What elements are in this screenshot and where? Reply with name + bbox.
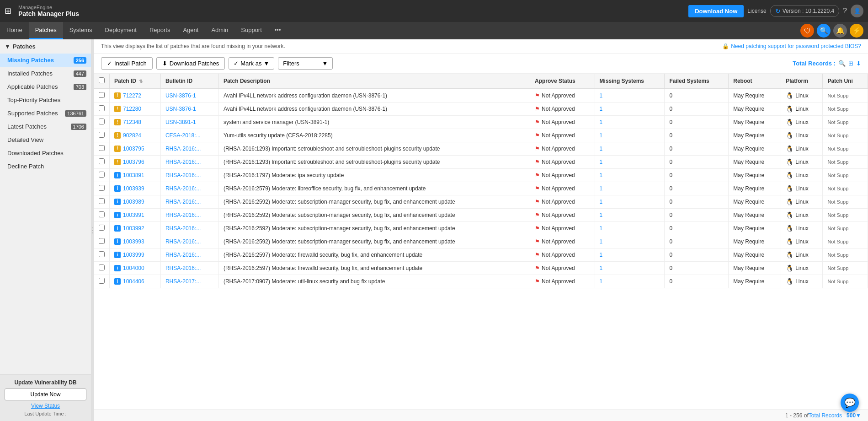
missing-count-link[interactable]: 1 xyxy=(600,172,603,178)
missing-count-link[interactable]: 1 xyxy=(600,106,603,112)
row-checkbox[interactable] xyxy=(99,172,105,178)
search-icon-btn[interactable]: 🔍 xyxy=(817,24,831,38)
update-now-button[interactable]: Update Now xyxy=(5,389,86,400)
header-bulletin-id[interactable]: Bulletin ID xyxy=(160,74,218,89)
sidebar-item-latest-patches[interactable]: Latest Patches 1706 xyxy=(0,120,91,133)
patch-id-link[interactable]: 712280 xyxy=(123,106,141,112)
bulletin-id-link[interactable]: RHSA-2016:... xyxy=(165,159,201,165)
patch-id-link[interactable]: 1003796 xyxy=(123,159,144,165)
header-approve-status[interactable]: Approve Status xyxy=(530,74,595,89)
bulletin-id-link[interactable]: RHSA-2016:... xyxy=(165,199,201,205)
missing-count-link[interactable]: 1 xyxy=(600,212,603,218)
select-all-checkbox[interactable] xyxy=(99,77,105,83)
patch-id-link[interactable]: 1004000 xyxy=(123,265,144,271)
sidebar-item-missing-patches[interactable]: Missing Patches 256 xyxy=(0,54,91,67)
row-checkbox[interactable] xyxy=(99,92,105,98)
missing-count-link[interactable]: 1 xyxy=(600,265,603,271)
view-status-link[interactable]: View Status xyxy=(5,403,86,409)
missing-count-link[interactable]: 1 xyxy=(600,252,603,258)
row-checkbox[interactable] xyxy=(99,145,105,151)
header-patch-unit[interactable]: Patch Uni xyxy=(823,74,868,89)
missing-count-link[interactable]: 1 xyxy=(600,278,603,285)
nav-item-home[interactable]: Home xyxy=(0,22,29,39)
patch-id-link[interactable]: 1004406 xyxy=(123,278,144,285)
nav-item-more[interactable]: ••• xyxy=(268,22,288,39)
download-now-button[interactable]: Download Now xyxy=(688,5,744,17)
header-platform[interactable]: Platform xyxy=(781,74,823,89)
bulletin-id-link[interactable]: USN-3891-1 xyxy=(165,119,196,125)
row-checkbox[interactable] xyxy=(99,238,105,244)
row-checkbox[interactable] xyxy=(99,132,105,138)
grid-view-icon[interactable]: ⊞ xyxy=(848,60,853,67)
need-patching-link[interactable]: 🔒 Need patching support for password pro… xyxy=(722,43,861,49)
bulletin-id-link[interactable]: USN-3876-1 xyxy=(165,106,196,112)
missing-count-link[interactable]: 1 xyxy=(600,92,603,99)
sidebar-item-top-priority[interactable]: Top-Priority Patches xyxy=(0,93,91,107)
bulletin-id-link[interactable]: RHSA-2016:... xyxy=(165,252,201,258)
chat-bubble[interactable]: 💬 xyxy=(841,394,859,412)
sidebar-item-supported-patches[interactable]: Supported Patches 136761 xyxy=(0,107,91,120)
patch-id-link[interactable]: 902824 xyxy=(123,132,141,139)
nav-item-patches[interactable]: Patches xyxy=(29,22,63,39)
missing-count-link[interactable]: 1 xyxy=(600,146,603,152)
bulletin-id-link[interactable]: USN-3876-1 xyxy=(165,92,196,99)
row-checkbox[interactable] xyxy=(99,158,105,164)
sidebar-item-decline-patch[interactable]: Decline Patch xyxy=(0,160,91,173)
patch-id-link[interactable]: 712348 xyxy=(123,119,141,125)
patch-id-link[interactable]: 1003891 xyxy=(123,172,144,178)
row-checkbox[interactable] xyxy=(99,185,105,191)
bulletin-id-link[interactable]: RHSA-2016:... xyxy=(165,225,201,232)
version-button[interactable]: ↻ Version : 10.1.2220.4 xyxy=(770,5,839,17)
total-records-link[interactable]: Total Records xyxy=(809,412,842,419)
nav-item-admin[interactable]: Admin xyxy=(205,22,234,39)
sidebar-item-downloaded-patches[interactable]: Downloaded Patches xyxy=(0,146,91,160)
header-missing-systems[interactable]: Missing Systems xyxy=(595,74,665,89)
bell-icon-btn[interactable]: 🔔 xyxy=(833,24,847,38)
patch-id-link[interactable]: 1003795 xyxy=(123,146,144,152)
bolt-icon-btn[interactable]: ⚡ xyxy=(850,24,863,38)
patch-id-link[interactable]: 1003989 xyxy=(123,199,144,205)
nav-item-deployment[interactable]: Deployment xyxy=(99,22,143,39)
nav-item-systems[interactable]: Systems xyxy=(63,22,99,39)
help-icon[interactable]: ? xyxy=(843,7,847,15)
header-patch-description[interactable]: Patch Description xyxy=(218,74,530,89)
bulletin-id-link[interactable]: RHSA-2016:... xyxy=(165,212,201,218)
install-patch-button[interactable]: ✓ Install Patch xyxy=(101,57,153,70)
missing-count-link[interactable]: 1 xyxy=(600,185,603,192)
bulletin-id-link[interactable]: CESA-2018:... xyxy=(165,132,201,139)
row-checkbox[interactable] xyxy=(99,211,105,217)
missing-count-link[interactable]: 1 xyxy=(600,119,603,125)
patch-id-link[interactable]: 712272 xyxy=(123,92,141,99)
missing-count-link[interactable]: 1 xyxy=(600,132,603,139)
grid-icon[interactable]: ⊞ xyxy=(5,6,11,16)
search-records-icon[interactable]: 🔍 xyxy=(838,60,846,67)
missing-count-link[interactable]: 1 xyxy=(600,238,603,245)
row-checkbox[interactable] xyxy=(99,198,105,204)
nav-item-reports[interactable]: Reports xyxy=(143,22,177,39)
nav-item-support[interactable]: Support xyxy=(234,22,268,39)
user-avatar[interactable]: 👤 xyxy=(851,5,863,17)
bulletin-id-link[interactable]: RHSA-2016:... xyxy=(165,146,201,152)
header-patch-id[interactable]: Patch ID ⇅ xyxy=(110,74,161,89)
shield-icon-btn[interactable]: 🛡 xyxy=(800,24,814,38)
row-checkbox[interactable] xyxy=(99,225,105,231)
bulletin-id-link[interactable]: RHSA-2016:... xyxy=(165,185,201,192)
row-checkbox[interactable] xyxy=(99,264,105,270)
patch-id-link[interactable]: 1003992 xyxy=(123,225,144,232)
download-records-icon[interactable]: ⬇ xyxy=(856,60,861,67)
bulletin-id-link[interactable]: RHSA-2016:... xyxy=(165,172,201,178)
row-checkbox[interactable] xyxy=(99,105,105,111)
patch-id-link[interactable]: 1003939 xyxy=(123,185,144,192)
bulletin-id-link[interactable]: RHSA-2016:... xyxy=(165,238,201,245)
row-checkbox[interactable] xyxy=(99,251,105,257)
per-page-selector[interactable]: 500▼ xyxy=(847,412,861,419)
missing-count-link[interactable]: 1 xyxy=(600,199,603,205)
filters-button[interactable]: Filters ▼ xyxy=(278,57,333,70)
row-checkbox[interactable] xyxy=(99,119,105,124)
bulletin-id-link[interactable]: RHSA-2016:... xyxy=(165,265,201,271)
sidebar-item-installed-patches[interactable]: Installed Patches 447 xyxy=(0,67,91,80)
missing-count-link[interactable]: 1 xyxy=(600,225,603,232)
row-checkbox[interactable] xyxy=(99,278,105,284)
bulletin-id-link[interactable]: RHSA-2017:... xyxy=(165,278,201,285)
missing-count-link[interactable]: 1 xyxy=(600,159,603,165)
